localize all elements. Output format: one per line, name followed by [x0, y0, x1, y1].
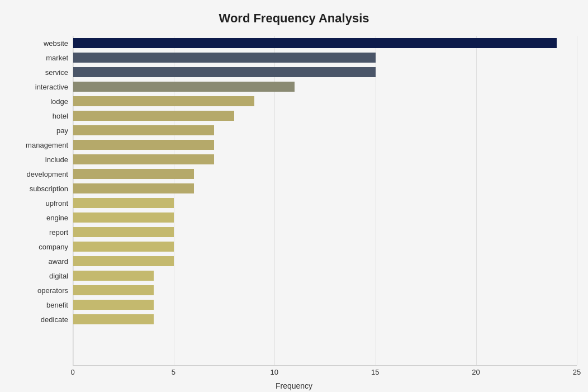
y-label: include	[45, 152, 73, 167]
bar-row	[73, 225, 577, 239]
bar-row	[73, 181, 577, 196]
y-labels: websitemarketserviceinteractivelodgehote…	[11, 36, 73, 366]
y-label: report	[49, 225, 73, 239]
x-tick: 5	[168, 368, 179, 376]
x-tick: 15	[369, 368, 381, 376]
bar-row	[73, 312, 577, 327]
bars-and-grid	[73, 36, 577, 366]
x-axis-labels: 0510152025	[73, 368, 577, 379]
bar	[73, 256, 174, 266]
y-label: upfront	[46, 196, 73, 210]
y-label: service	[45, 65, 73, 79]
bar	[73, 300, 154, 310]
y-label: pay	[56, 123, 73, 138]
bar	[73, 169, 194, 179]
bar-row	[73, 65, 577, 79]
x-tick: 20	[471, 368, 482, 376]
bar	[73, 198, 174, 208]
bar	[73, 53, 376, 63]
bars-container	[73, 36, 577, 365]
y-label: market	[46, 50, 73, 65]
bar	[73, 285, 154, 295]
bar	[73, 38, 557, 48]
bar-row	[73, 94, 577, 108]
bar	[73, 183, 194, 193]
bar	[73, 82, 295, 92]
bar	[73, 212, 174, 223]
bar-row	[73, 123, 577, 138]
bar	[73, 96, 254, 106]
bar-row	[73, 210, 577, 225]
y-label: website	[44, 36, 73, 50]
y-label: lodge	[50, 94, 73, 108]
chart-title: Word Frequency Analysis	[11, 11, 577, 26]
y-label: development	[27, 167, 73, 181]
bar	[73, 314, 154, 324]
bar	[73, 227, 174, 237]
bar-row	[73, 268, 577, 283]
bar-row	[73, 167, 577, 181]
y-label: management	[26, 138, 73, 152]
bar-row	[73, 152, 577, 167]
x-tick: 0	[67, 368, 78, 376]
bar	[73, 67, 376, 77]
bar	[73, 271, 154, 281]
bar-row	[73, 138, 577, 152]
bar	[73, 111, 234, 121]
grid-line	[577, 36, 577, 365]
y-label: engine	[46, 210, 73, 225]
y-label: company	[39, 239, 73, 254]
bar-row	[73, 239, 577, 254]
y-label: subscription	[30, 181, 73, 196]
chart-area: websitemarketserviceinteractivelodgehote…	[11, 36, 577, 366]
x-axis-title: Frequency	[11, 381, 577, 390]
y-label: dedicate	[41, 312, 73, 327]
y-label: interactive	[35, 79, 73, 94]
bar-row	[73, 283, 577, 297]
bar-row	[73, 254, 577, 268]
bar-row	[73, 196, 577, 210]
bar	[73, 140, 214, 150]
x-tick: 25	[571, 368, 582, 376]
chart-container: Word Frequency Analysis websitemarketser…	[0, 0, 588, 392]
x-tick: 10	[269, 368, 280, 376]
bar	[73, 125, 214, 135]
y-label: hotel	[53, 108, 73, 123]
y-label: award	[49, 254, 73, 268]
y-label: digital	[49, 268, 73, 283]
bar-row	[73, 297, 577, 312]
bar-row	[73, 36, 577, 50]
bar	[73, 242, 174, 252]
bar	[73, 154, 214, 164]
bar-row	[73, 79, 577, 94]
bar-row	[73, 50, 577, 65]
y-label: benefit	[46, 297, 73, 312]
bar-row	[73, 108, 577, 123]
y-label: operators	[37, 283, 73, 297]
